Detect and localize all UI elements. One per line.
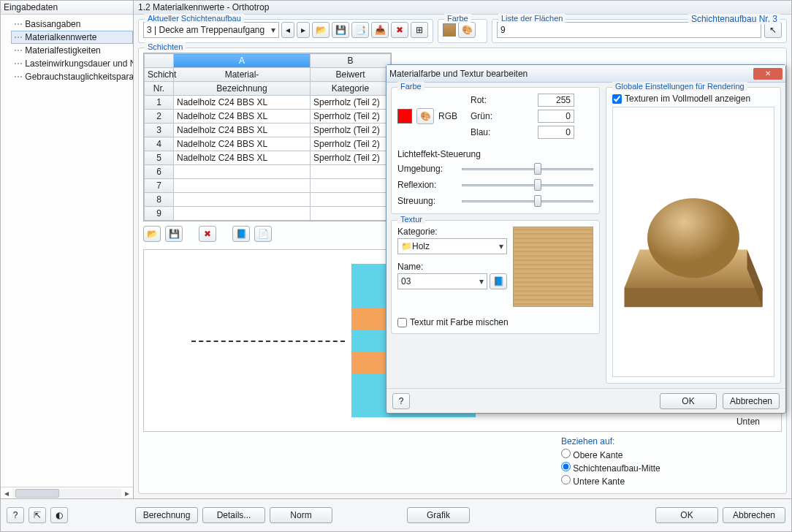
- berechnung-button[interactable]: Berechnung: [135, 507, 198, 523]
- layerstack-value: 3 | Decke am Treppenaufgang: [147, 25, 264, 35]
- tree-item[interactable]: Lasteinwirkungsdauer und Nutz: [11, 57, 133, 70]
- layer-open-button[interactable]: 📂: [143, 226, 161, 242]
- rgb-red-input[interactable]: [538, 94, 574, 107]
- group-layerstack-title: Aktueller Schichtenaufbau: [145, 14, 244, 23]
- bottom-bar: ? ⇱ ◐ Berechnung Details... Norm Grafik …: [0, 498, 792, 532]
- dialog-titlebar[interactable]: Materialfarbe und Textur bearbeiten ✕: [387, 65, 785, 83]
- dialog-cancel-button[interactable]: Abbrechen: [723, 393, 780, 409]
- tree-panel: Eingabedaten BasisangabenMaterialkennwer…: [1, 1, 134, 498]
- surface-list-value: 9: [500, 25, 506, 35]
- opt-schichten-mitte[interactable]: Schichtenaufbau-Mitte: [561, 461, 780, 474]
- texture-name-combo[interactable]: 03▾: [397, 273, 487, 289]
- scatter-slider[interactable]: [462, 194, 593, 208]
- table-row[interactable]: 3Nadelholz C24 BBS XLSperrholz (Teil 2): [145, 123, 391, 137]
- opt-untere-kante[interactable]: Untere Kante: [561, 474, 780, 487]
- mix-texture-checkbox[interactable]: Textur mit Farbe mischen: [397, 317, 593, 327]
- pick-surface-button[interactable]: ↖: [764, 22, 782, 38]
- grafik-button[interactable]: Grafik: [407, 507, 470, 523]
- table-row[interactable]: 4Nadelholz C24 BBS XLSperrholz (Teil 2): [145, 137, 391, 151]
- col-letter-b[interactable]: B: [311, 54, 391, 68]
- rgb-green-input[interactable]: [538, 110, 574, 123]
- col-letter-a[interactable]: A: [174, 54, 311, 68]
- dialog-ok-button[interactable]: OK: [660, 393, 717, 409]
- tree-scrollbar[interactable]: ◂ ▸: [1, 487, 133, 498]
- tree-item[interactable]: Basisangaben: [11, 18, 133, 31]
- svg-point-3: [647, 198, 739, 278]
- layerstack-combo[interactable]: 3 | Decke am Treppenaufgang ▾: [143, 22, 279, 38]
- texture-preview: [513, 227, 593, 307]
- prev-button[interactable]: ◂: [281, 22, 294, 38]
- table-row[interactable]: 6: [145, 165, 391, 179]
- table-row[interactable]: 1Nadelholz C24 BBS XLSperrholz (Teil 2): [145, 96, 391, 110]
- texture-category-combo[interactable]: 📁 Holz▾: [397, 238, 507, 254]
- import-stack-button[interactable]: 📥: [371, 22, 389, 38]
- copy-stack-button[interactable]: 📑: [351, 22, 369, 38]
- pick-color-button[interactable]: 🎨: [416, 108, 434, 124]
- rgb-label: RGB: [438, 111, 457, 121]
- help-button[interactable]: ?: [7, 507, 24, 523]
- reflection-slider[interactable]: [462, 178, 593, 191]
- beziehen-title: Beziehen auf:: [561, 436, 780, 446]
- light-section-title: Lichteffekt-Steuerung: [397, 149, 593, 159]
- layer-library-button[interactable]: 📘: [232, 226, 250, 242]
- material-swatch: [443, 23, 456, 37]
- save-stack-button[interactable]: 💾: [332, 22, 349, 38]
- tree-item[interactable]: Materialkennwerte: [11, 31, 133, 44]
- layer-grid[interactable]: A B Schicht Material- Beiwert Nr. Bezeic…: [143, 53, 392, 221]
- scroll-right-icon[interactable]: ▸: [121, 488, 133, 498]
- rgb-blue-input[interactable]: [538, 126, 574, 139]
- table-row[interactable]: 7: [145, 179, 391, 193]
- cancel-button[interactable]: Abbrechen: [723, 507, 785, 523]
- dialog-title: Materialfarbe und Textur bearbeiten: [389, 69, 753, 79]
- group-farbe: Farbe 🎨: [438, 19, 487, 43]
- open-button[interactable]: 📂: [312, 22, 330, 38]
- delete-stack-button[interactable]: ✖: [391, 22, 408, 38]
- layer-save-button[interactable]: 💾: [165, 226, 183, 242]
- group-layerstack: Aktueller Schichtenaufbau 3 | Decke am T…: [138, 19, 433, 43]
- tree-item[interactable]: Materialfestigkeiten: [11, 44, 133, 57]
- browse-texture-button[interactable]: 📘: [490, 273, 507, 289]
- current-color-swatch: [397, 109, 412, 123]
- render-preview: [612, 107, 774, 377]
- group-beziehen: Beziehen auf: Obere Kante Schichtenaufba…: [561, 436, 780, 487]
- ok-button[interactable]: OK: [655, 507, 718, 523]
- view-button[interactable]: ⇱: [28, 507, 46, 523]
- group-textur: Textur Kategorie: 📁 Holz▾ Name: 03▾ 📘: [391, 220, 600, 334]
- export-excel-button[interactable]: ⊞: [411, 22, 428, 38]
- chevron-down-icon: ▾: [271, 25, 275, 35]
- page-title: 1.2 Materialkennwerte - Orthotrop: [134, 1, 791, 15]
- layer-duplicate-button[interactable]: 📄: [254, 226, 272, 242]
- tree-title: Eingabedaten: [1, 1, 133, 15]
- layer-delete-button[interactable]: ✖: [199, 226, 216, 242]
- dialog-help-button[interactable]: ?: [392, 393, 410, 409]
- table-row[interactable]: 8: [145, 193, 391, 207]
- tree-item[interactable]: Gebrauchstauglichkeitsparamet: [11, 70, 133, 83]
- table-row[interactable]: 5Nadelholz C24 BBS XLSperrholz (Teil 2): [145, 151, 391, 165]
- svg-marker-1: [625, 288, 763, 307]
- ambience-slider[interactable]: [462, 162, 593, 175]
- group-dialog-farbe: Farbe 🎨 RGB Rot: Grün: Blau: Lichteffekt…: [391, 87, 600, 214]
- stack-number-info: Schichtenaufbau Nr. 3: [688, 14, 780, 24]
- close-icon[interactable]: ✕: [753, 68, 783, 80]
- show-textures-checkbox[interactable]: Texturen im Vollmodell anzeigen: [612, 94, 774, 104]
- upper-strip: Aktueller Schichtenaufbau 3 | Decke am T…: [134, 15, 791, 43]
- edit-color-button[interactable]: 🎨: [458, 22, 476, 38]
- table-row[interactable]: 9: [145, 207, 391, 221]
- tree-list: BasisangabenMaterialkennwerteMaterialfes…: [1, 15, 133, 487]
- opt-obere-kante[interactable]: Obere Kante: [561, 448, 780, 461]
- next-button[interactable]: ▸: [297, 22, 310, 38]
- mode-button[interactable]: ◐: [50, 507, 68, 523]
- norm-button[interactable]: Norm: [270, 507, 332, 523]
- material-color-dialog: Materialfarbe und Textur bearbeiten ✕ Fa…: [386, 64, 786, 414]
- group-rendering: Globale Einstellungen für Rendering Text…: [606, 87, 781, 384]
- group-surface-list-title: Liste der Flächen: [498, 14, 566, 23]
- group-farbe-title: Farbe: [444, 14, 471, 23]
- group-surface-list: Liste der Flächen Schichtenaufbau Nr. 3 …: [492, 19, 787, 43]
- scroll-left-icon[interactable]: ◂: [1, 488, 12, 498]
- details-button[interactable]: Details...: [202, 507, 265, 523]
- group-schichten-title: Schichten: [145, 42, 186, 51]
- surface-list-input[interactable]: 9: [497, 22, 761, 38]
- table-row[interactable]: 2Nadelholz C24 BBS XLSperrholz (Teil 2): [145, 110, 391, 123]
